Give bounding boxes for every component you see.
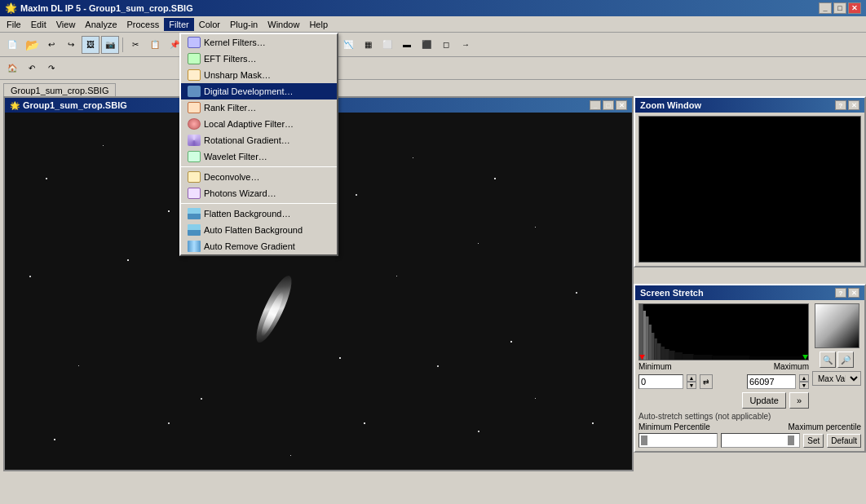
box3-button[interactable]: ◻: [437, 36, 455, 54]
wavelet-icon: [188, 151, 201, 162]
star: [78, 365, 79, 366]
kernel-filters-item[interactable]: Kernel Filters…: [181, 34, 337, 51]
chart3-button[interactable]: 📉: [339, 36, 357, 54]
rank-filter-label: Rank Filter…: [204, 103, 256, 113]
flatten-background-item[interactable]: Flatten Background…: [181, 206, 337, 222]
min-percentile-slider[interactable]: [638, 433, 718, 448]
svg-rect-1: [639, 304, 643, 360]
max-val-select[interactable]: Max Val: [812, 371, 861, 386]
maximize-button[interactable]: □: [833, 2, 846, 14]
eft-filters-item[interactable]: EFT Filters…: [181, 51, 337, 67]
screen-button[interactable]: 🖼: [82, 36, 99, 54]
back-button[interactable]: ↶: [23, 60, 41, 77]
star: [168, 422, 170, 424]
menu-window[interactable]: Window: [263, 18, 304, 31]
default-button[interactable]: Default: [827, 434, 861, 448]
deconvolve-label: Deconvolve…: [204, 172, 259, 182]
zoom-help-button[interactable]: ?: [835, 100, 846, 110]
deconvolve-item[interactable]: Deconvolve…: [181, 169, 337, 185]
digital-dev-icon: [188, 86, 201, 97]
min-percentile-label: Minimum Percentile: [638, 422, 749, 431]
max-value-input[interactable]: [747, 374, 796, 389]
double-arrow-button[interactable]: »: [789, 392, 809, 409]
redo-button[interactable]: ↪: [62, 36, 80, 54]
zoom-out-button[interactable]: 🔎: [837, 351, 854, 368]
menu-help[interactable]: Help: [304, 18, 333, 31]
close-button[interactable]: ✕: [848, 2, 861, 14]
stretch-input-row: ▲ ▼ ⇄ ▲ ▼: [638, 374, 809, 389]
svg-rect-13: [694, 355, 713, 360]
menu-analyze[interactable]: Analyze: [80, 18, 122, 31]
stretch-panel: Screen Stretch ? ✕: [634, 284, 866, 453]
menu-color[interactable]: Color: [194, 18, 225, 31]
transfer-button[interactable]: ⇄: [700, 374, 713, 389]
star: [29, 276, 31, 277]
stretch-buttons-row: Update »: [638, 392, 809, 409]
open-button[interactable]: 📂: [23, 36, 41, 54]
star: [103, 145, 104, 146]
image-maximize-button[interactable]: □: [603, 100, 614, 110]
menu-filter[interactable]: Filter: [164, 18, 193, 31]
max-percentile-label: Maximum percentile: [752, 422, 862, 431]
max-percentile-slider[interactable]: [721, 433, 800, 448]
stretch-close-button[interactable]: ✕: [848, 288, 859, 298]
star: [437, 365, 439, 367]
toolbar-1: 📄 📂 ↩ ↪ 🖼 📷 ✂ 📋 📌 ℹ ⊕ 💉 ⏹ ⏺ 📊 📈 📉 ▦ ⬜ ▬ …: [0, 33, 866, 57]
svg-rect-2: [643, 311, 646, 360]
image-tab[interactable]: Group1_sum_crop.SBIG: [3, 83, 116, 97]
zoom-close-button[interactable]: ✕: [848, 100, 859, 110]
rank-filter-item[interactable]: Rank Filter…: [181, 99, 337, 116]
zoom-panel-title: Zoom Window: [640, 100, 701, 110]
stretch-histogram: [638, 303, 809, 360]
rotational-gradient-item[interactable]: Rotational Gradient…: [181, 132, 337, 148]
image-icon: 🌟: [10, 101, 20, 110]
deconvolve-icon: [188, 171, 201, 183]
auto-flatten-background-item[interactable]: Auto Flatten Background: [181, 222, 337, 238]
auto-remove-gradient-item[interactable]: Auto Remove Gradient: [181, 238, 337, 254]
digital-development-item[interactable]: Digital Development…: [181, 83, 337, 99]
max-spin-up[interactable]: ▲: [799, 374, 809, 382]
box2-button[interactable]: ⬛: [418, 36, 435, 54]
zoom-body: [635, 113, 864, 266]
line-button[interactable]: ▬: [398, 36, 416, 54]
new-button[interactable]: 📄: [3, 36, 21, 54]
svg-rect-11: [675, 352, 683, 360]
auto-remove-gradient-label: Auto Remove Gradient: [204, 241, 295, 251]
set-button[interactable]: Set: [803, 434, 824, 448]
copy-button[interactable]: 📋: [146, 36, 164, 54]
unsharp-mask-item[interactable]: Unsharp Mask…: [181, 67, 337, 83]
unsharp-icon: [188, 69, 201, 81]
zoom-panel: Zoom Window ? ✕: [634, 96, 866, 267]
home-button[interactable]: 🏠: [3, 60, 21, 77]
camera-button[interactable]: 📷: [101, 36, 119, 54]
image-minimize-button[interactable]: _: [590, 100, 601, 110]
stretch-help-button[interactable]: ?: [835, 288, 846, 298]
menu-process[interactable]: Process: [122, 18, 165, 31]
arrow-button[interactable]: →: [457, 36, 475, 54]
min-spin-up[interactable]: ▲: [687, 374, 696, 382]
min-spin-down[interactable]: ▼: [687, 382, 696, 389]
local-adaptive-filter-item[interactable]: Local Adaptive Filter…: [181, 116, 337, 132]
zoom-in-button[interactable]: 🔍: [820, 351, 836, 368]
box-button[interactable]: ⬜: [378, 36, 396, 54]
photons-wizard-item[interactable]: Photons Wizard…: [181, 185, 337, 201]
cut-button[interactable]: ✂: [126, 36, 144, 54]
wavelet-filter-item[interactable]: Wavelet Filter…: [181, 148, 337, 165]
star: [168, 210, 170, 212]
flatten-background-label: Flatten Background…: [204, 209, 290, 219]
undo-button[interactable]: ↩: [42, 36, 60, 54]
local-adaptive-filter-label: Local Adaptive Filter…: [204, 119, 294, 129]
minimize-button[interactable]: _: [819, 2, 832, 14]
menu-edit[interactable]: Edit: [26, 18, 51, 31]
max-spin-down[interactable]: ▼: [799, 382, 809, 389]
forward-button[interactable]: ↷: [42, 60, 60, 77]
title-bar-buttons: _ □ ✕: [819, 2, 861, 14]
menu-file[interactable]: File: [2, 18, 26, 31]
min-value-input[interactable]: [638, 374, 683, 389]
image-close-button[interactable]: ✕: [616, 100, 627, 110]
auto-stretch-label: Auto-stretch settings (not applicable): [638, 412, 861, 421]
menu-view[interactable]: View: [51, 18, 81, 31]
grid-button[interactable]: ▦: [359, 36, 377, 54]
menu-plugin[interactable]: Plug-in: [225, 18, 263, 31]
update-button[interactable]: Update: [742, 392, 785, 409]
